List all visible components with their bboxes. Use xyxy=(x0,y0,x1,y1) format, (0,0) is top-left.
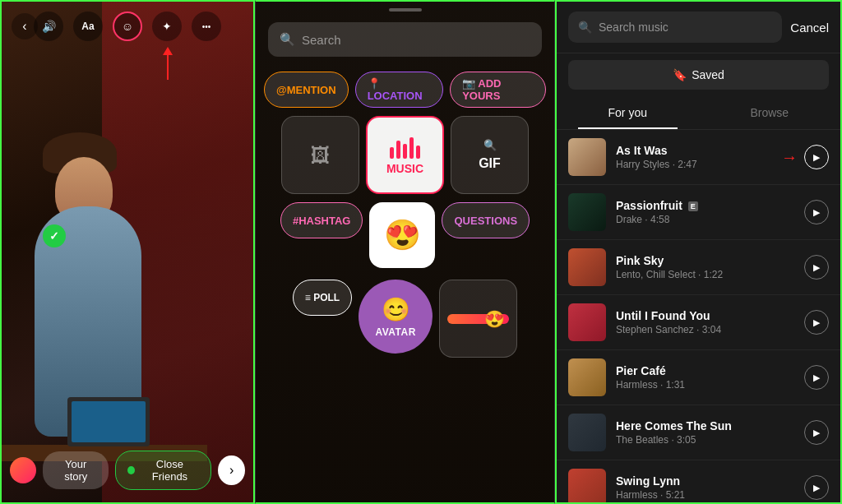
song-item-5[interactable]: Pier Café Harmless · 1:31 ▶ xyxy=(557,350,840,405)
music-search-bar: 🔍 Search music Cancel xyxy=(557,2,840,53)
song-item-4[interactable]: Until I Found You Stephen Sanchez · 3:04… xyxy=(557,295,840,350)
add-yours-sticker[interactable]: 📷 ADD YOURS xyxy=(450,72,546,108)
sticker-button[interactable]: ☺ xyxy=(113,12,142,41)
song-item-1[interactable]: As It Was Harry Styles · 2:47 → ▶ xyxy=(557,130,840,185)
song-thumbnail-2 xyxy=(568,193,606,231)
play-button-1[interactable]: ▶ xyxy=(804,145,829,169)
image-sticker[interactable]: 🖼 xyxy=(281,116,359,194)
sticker-grid: @MENTION 📍 LOCATION 📷 ADD YOURS 🖼 xyxy=(264,72,546,366)
checkmark-badge: ✓ xyxy=(43,224,66,247)
song-thumbnail-4 xyxy=(568,303,606,341)
song-list: As It Was Harry Styles · 2:47 → ▶ Passio… xyxy=(557,130,840,502)
music-label: MUSIC xyxy=(386,162,423,175)
back-button[interactable]: ‹ xyxy=(12,13,38,39)
sticker-row-4: ≡ POLL 😊 AVATAR 😍 xyxy=(264,280,546,358)
drag-indicator xyxy=(389,8,422,12)
play-button-5[interactable]: ▶ xyxy=(804,365,829,390)
slider-sticker[interactable]: 😍 xyxy=(439,280,517,358)
song-title-4: Until I Found You xyxy=(616,309,794,322)
story-background: ✓ ‹ 🔊 Aa ☺ ✦ ••• xyxy=(2,2,253,502)
slider-thumb: 😍 xyxy=(484,309,505,329)
search-icon: 🔍 xyxy=(280,32,295,47)
bar-3 xyxy=(403,144,407,159)
sound-icon: 🔊 xyxy=(42,20,56,33)
more-button[interactable]: ••• xyxy=(192,12,221,41)
music-sticker[interactable]: MUSIC xyxy=(366,116,444,194)
sparkle-icon: ✦ xyxy=(162,20,172,33)
sticker-icon: ☺ xyxy=(122,20,133,33)
person-silhouette xyxy=(18,149,183,437)
song-title-7: Swing Lynn xyxy=(616,474,794,488)
music-tabs: For you Browse xyxy=(557,96,840,130)
search-icon: 🔍 xyxy=(578,21,592,34)
bar-2 xyxy=(396,141,400,159)
music-search-input[interactable]: 🔍 Search music xyxy=(568,12,782,43)
text-button[interactable]: Aa xyxy=(73,12,103,41)
avatar-emoji: 😊 xyxy=(382,296,410,323)
sticker-row-1: @MENTION 📍 LOCATION 📷 ADD YOURS xyxy=(264,72,546,108)
laptop-screen xyxy=(72,401,146,442)
tab-browse[interactable]: Browse xyxy=(699,96,841,129)
song-meta-2: Drake · 4:58 xyxy=(616,214,794,225)
stickers-panel: 🔍 Search @MENTION 📍 LOCATION 📷 ADD YOURS… xyxy=(255,0,555,504)
song-thumbnail-1 xyxy=(568,138,606,176)
song-info-3: Pink Sky Lento, Chill Select · 1:22 xyxy=(616,254,794,280)
tab-for-you[interactable]: For you xyxy=(557,96,699,129)
emoji-sticker[interactable]: 😍 xyxy=(369,202,435,268)
play-button-7[interactable]: ▶ xyxy=(804,475,829,500)
sparkle-button[interactable]: ✦ xyxy=(152,12,182,41)
play-button-3[interactable]: ▶ xyxy=(804,255,829,280)
song-thumbnail-7 xyxy=(568,469,606,502)
play-button-6[interactable]: ▶ xyxy=(804,420,829,445)
song-title-2: Passionfruit E xyxy=(616,199,794,212)
avatar-label: AVATAR xyxy=(375,326,415,338)
song-item-2[interactable]: Passionfruit E Drake · 4:58 ▶ xyxy=(557,185,840,240)
bar-1 xyxy=(390,147,394,159)
sticker-row-2: 🖼 MUSIC 🔍 GIF xyxy=(264,116,546,194)
song-item-7[interactable]: Swing Lynn Harmless · 5:21 ▶ xyxy=(557,460,840,502)
song-title-1: As It Was xyxy=(616,144,771,157)
poll-sticker[interactable]: ≡ POLL xyxy=(293,280,352,316)
play-button-2[interactable]: ▶ xyxy=(804,200,829,224)
highlight-arrow-music: → xyxy=(781,148,798,167)
song-info-5: Pier Café Harmless · 1:31 xyxy=(616,364,794,391)
song-thumbnail-5 xyxy=(568,358,606,396)
your-story-button[interactable]: Your story xyxy=(43,451,109,489)
cancel-button[interactable]: Cancel xyxy=(790,21,829,35)
sound-button[interactable]: 🔊 xyxy=(34,12,63,41)
hashtag-sticker[interactable]: #HASHTAG xyxy=(280,202,363,238)
song-thumbnail-6 xyxy=(568,414,606,451)
sticker-search-bar[interactable]: 🔍 Search xyxy=(268,22,542,57)
music-panel: 🔍 Search music Cancel 🔖 Saved For you Br… xyxy=(555,0,842,504)
saved-button[interactable]: 🔖 Saved xyxy=(568,60,829,90)
close-friends-button[interactable]: Close Friends xyxy=(115,451,211,490)
song-meta-6: The Beatles · 3:05 xyxy=(616,434,794,446)
song-meta-1: Harry Styles · 2:47 xyxy=(616,159,771,170)
play-button-4[interactable]: ▶ xyxy=(804,310,829,335)
location-sticker[interactable]: 📍 LOCATION xyxy=(355,72,444,108)
emoji-icon: 😍 xyxy=(384,218,421,252)
song-info-4: Until I Found You Stephen Sanchez · 3:04 xyxy=(616,309,794,335)
bookmark-icon: 🔖 xyxy=(673,68,687,81)
bar-5 xyxy=(416,146,420,159)
slider-track: 😍 xyxy=(447,314,509,324)
gif-sticker[interactable]: 🔍 GIF xyxy=(451,116,529,194)
avatar-sticker[interactable]: 😊 AVATAR xyxy=(359,280,433,354)
next-button[interactable]: › xyxy=(218,455,245,485)
song-item-6[interactable]: Here Comes The Sun The Beatles · 3:05 ▶ xyxy=(557,405,840,460)
music-bars xyxy=(390,136,420,159)
song-title-6: Here Comes The Sun xyxy=(616,419,794,432)
song-title-5: Pier Café xyxy=(616,364,794,377)
song-item-3[interactable]: Pink Sky Lento, Chill Select · 1:22 ▶ xyxy=(557,240,840,295)
story-panel: ✓ ‹ 🔊 Aa ☺ ✦ ••• xyxy=(0,0,255,504)
story-topbar: ‹ 🔊 Aa ☺ ✦ ••• xyxy=(2,12,253,41)
song-info-1: As It Was Harry Styles · 2:47 xyxy=(616,144,771,170)
song-meta-5: Harmless · 1:31 xyxy=(616,379,794,391)
questions-sticker[interactable]: QUESTIONS xyxy=(442,202,530,238)
mention-sticker[interactable]: @MENTION xyxy=(264,72,349,108)
close-friends-dot xyxy=(127,466,135,474)
highlight-arrow xyxy=(163,47,173,80)
song-meta-3: Lento, Chill Select · 1:22 xyxy=(616,269,794,280)
song-info-6: Here Comes The Sun The Beatles · 3:05 xyxy=(616,419,794,446)
laptop xyxy=(67,397,150,446)
